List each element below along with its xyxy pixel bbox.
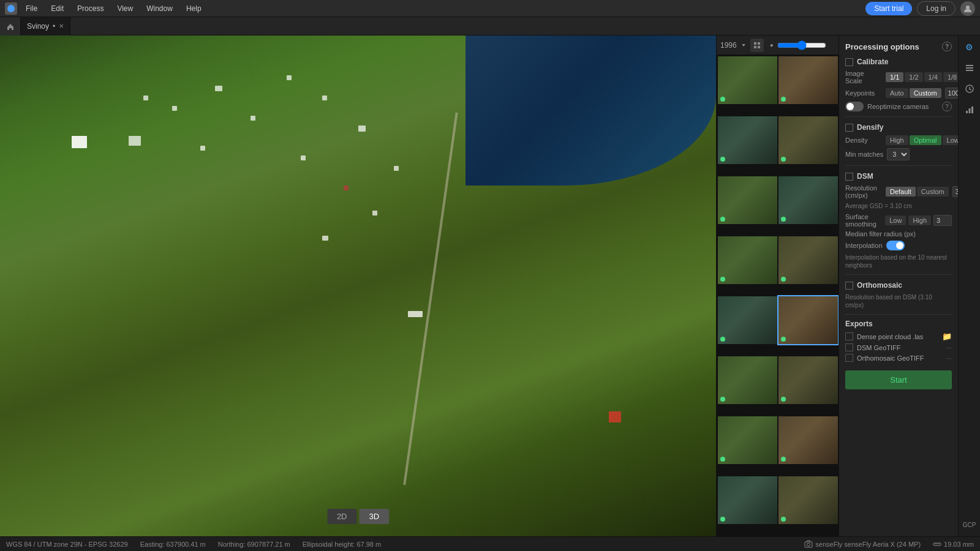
start-trial-button[interactable]: Start trial <box>865 2 912 15</box>
thumbnail-12[interactable] <box>778 356 838 404</box>
thumbnail-3[interactable] <box>718 116 777 164</box>
keypoints-value-input[interactable] <box>945 88 958 99</box>
export-ortho-checkbox[interactable] <box>845 354 853 362</box>
sidebar-stats-icon[interactable] <box>960 100 979 119</box>
keypoints-custom-button[interactable]: Custom <box>910 88 941 98</box>
brightness-slider[interactable] <box>777 40 826 50</box>
tab-svinoy[interactable]: Svinoy • ✕ <box>21 17 70 36</box>
tab-close-button[interactable]: ✕ <box>59 23 64 29</box>
map-road <box>404 112 458 484</box>
thumbnail-2[interactable] <box>778 56 838 104</box>
export-dsm-options[interactable]: ··· <box>946 344 952 351</box>
surface-low-button[interactable]: Low <box>885 216 906 225</box>
resolution-row: Resolution (cm/px) Default Custom <box>845 184 952 199</box>
thumbnail-14[interactable] <box>778 416 838 464</box>
map-building <box>394 166 399 171</box>
thumbnail-13[interactable] <box>718 416 777 464</box>
interpolation-toggle[interactable] <box>886 241 905 250</box>
menu-edit[interactable]: Edit <box>48 3 66 14</box>
menu-window[interactable]: Window <box>144 3 175 14</box>
calibrate-checkbox[interactable] <box>845 58 853 66</box>
panel-info-button[interactable]: ? <box>942 42 952 51</box>
map-water-area <box>466 36 716 186</box>
exports-section: Exports Dense point cloud .las 📁 DSM Geo… <box>845 320 952 362</box>
tab-home[interactable] <box>0 17 21 36</box>
statusbar: WGS 84 / UTM zone 29N - EPSG 32629 Easti… <box>0 536 980 551</box>
resolution-value-input[interactable] <box>952 186 958 197</box>
thumbnail-16[interactable] <box>778 476 838 524</box>
min-matches-select[interactable]: 3 4 5 <box>887 148 910 160</box>
keypoints-auto-button[interactable]: Auto <box>886 88 908 98</box>
menu-help[interactable]: Help <box>184 3 204 14</box>
map-aerial-image <box>0 36 716 536</box>
map-viewport[interactable]: 2D 3D <box>0 36 716 536</box>
resolution-custom-button[interactable]: Custom <box>917 187 949 197</box>
surface-high-button[interactable]: High <box>908 216 931 225</box>
sidebar-layers-icon[interactable] <box>960 59 979 77</box>
export-dsm-checkbox[interactable] <box>845 343 853 351</box>
export-dense-cloud-label: Dense point cloud .las <box>857 333 938 340</box>
svg-point-14 <box>807 543 810 546</box>
density-low-button[interactable]: Low <box>943 135 958 145</box>
reoptimize-toggle[interactable] <box>845 102 864 111</box>
calibrate-label: Calibrate <box>857 58 888 66</box>
thumbnail-15[interactable] <box>718 476 777 524</box>
orthomosaic-label: Orthomosaic <box>857 281 902 290</box>
orthomosaic-checkbox[interactable] <box>845 282 853 290</box>
thumbnail-5[interactable] <box>718 176 777 224</box>
map-building <box>215 86 222 91</box>
densify-label: Densify <box>857 123 883 132</box>
density-high-button[interactable]: High <box>886 135 908 145</box>
thumbnail-1[interactable] <box>718 56 777 104</box>
reoptimize-info-button[interactable]: ? <box>942 102 952 111</box>
thumbnail-8[interactable] <box>778 236 838 284</box>
export-ortho-options[interactable]: ··· <box>946 354 952 362</box>
export-dense-cloud-checkbox[interactable] <box>845 332 853 340</box>
map-building <box>301 156 306 160</box>
median-filter-row: Median filter radius (px) <box>845 230 952 238</box>
map-building <box>143 96 148 100</box>
menu-file[interactable]: File <box>23 3 40 14</box>
start-processing-button[interactable]: Start <box>845 370 952 389</box>
export-folder-icon[interactable]: 📁 <box>942 332 952 341</box>
dsm-label: DSM <box>857 172 873 181</box>
map-vehicle <box>408 311 423 317</box>
dsm-checkbox[interactable] <box>845 173 853 181</box>
scale-1-8-button[interactable]: 1/8 <box>943 72 958 82</box>
density-optimal-button[interactable]: Optimal <box>910 135 941 145</box>
sidebar-gcp-icon[interactable]: GCP <box>960 515 979 534</box>
view-2d-button[interactable]: 2D <box>327 509 357 524</box>
map-building-red <box>609 411 621 422</box>
tab-label: Svinoy <box>27 22 49 31</box>
avatar[interactable] <box>960 1 975 16</box>
menu-process[interactable]: Process <box>75 3 106 14</box>
keypoints-label: Keypoints <box>845 89 882 97</box>
thumbnail-9[interactable] <box>718 296 777 344</box>
scale-1-1-button[interactable]: 1/1 <box>886 72 903 82</box>
main-content: 2D 3D 1996 ● <box>0 36 980 536</box>
login-button[interactable]: Log in <box>917 1 956 16</box>
sensor-status: senseFly senseFly Aeria X (24 MP) <box>804 540 921 549</box>
thumbnail-10[interactable] <box>778 296 838 344</box>
sensor-value: senseFly senseFly Aeria X (24 MP) <box>815 541 921 548</box>
sidebar-settings-icon[interactable]: ⚙ <box>960 38 979 56</box>
interpolation-label: Interpolation <box>845 242 883 249</box>
svg-rect-6 <box>966 70 973 71</box>
resolution-default-button[interactable]: Default <box>886 187 916 197</box>
sidebar-history-icon[interactable] <box>960 80 979 98</box>
thumbnail-4[interactable] <box>778 116 838 164</box>
scale-1-2-button[interactable]: 1/2 <box>905 72 922 82</box>
menu-view[interactable]: View <box>115 3 135 14</box>
coord-system-label: WGS 84 / UTM zone 29N - EPSG 32629 <box>6 541 128 548</box>
view-3d-button[interactable]: 3D <box>360 509 390 524</box>
thumbnail-6[interactable] <box>778 176 838 224</box>
thumbnail-7[interactable] <box>718 236 777 284</box>
map-building <box>251 116 255 121</box>
surface-value-input[interactable] <box>933 215 952 226</box>
grid-view-button[interactable] <box>750 39 764 52</box>
thumbnail-11[interactable] <box>718 356 777 404</box>
tabbar: Svinoy • ✕ <box>0 17 980 36</box>
scale-1-4-button[interactable]: 1/4 <box>924 72 942 82</box>
svg-rect-8 <box>966 65 973 66</box>
densify-checkbox[interactable] <box>845 124 853 132</box>
